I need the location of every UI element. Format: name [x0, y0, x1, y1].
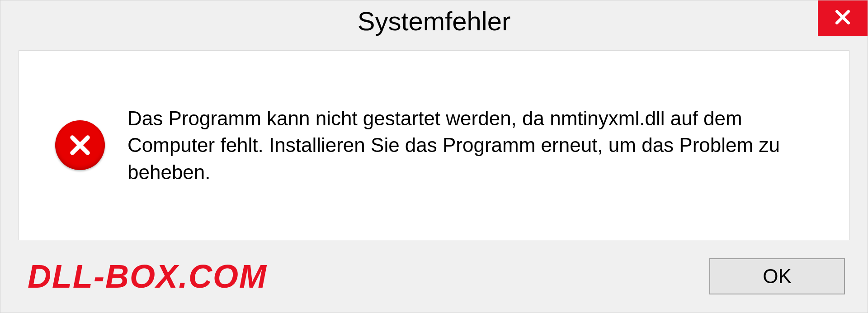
error-icon — [55, 120, 105, 170]
close-button[interactable] — [818, 0, 868, 36]
content-area: Das Programm kann nicht gestartet werden… — [19, 50, 849, 240]
ok-button[interactable]: OK — [709, 258, 845, 294]
dialog-title: Systemfehler — [358, 6, 510, 36]
titlebar: Systemfehler — [0, 0, 868, 41]
watermark-text: DLL-BOX.COM — [28, 258, 267, 295]
error-message: Das Programm kann nicht gestartet werden… — [127, 105, 826, 185]
error-dialog: Systemfehler Das Programm kann nicht ges… — [0, 0, 868, 313]
close-icon — [833, 7, 853, 29]
dialog-footer: DLL-BOX.COM OK — [0, 240, 868, 313]
